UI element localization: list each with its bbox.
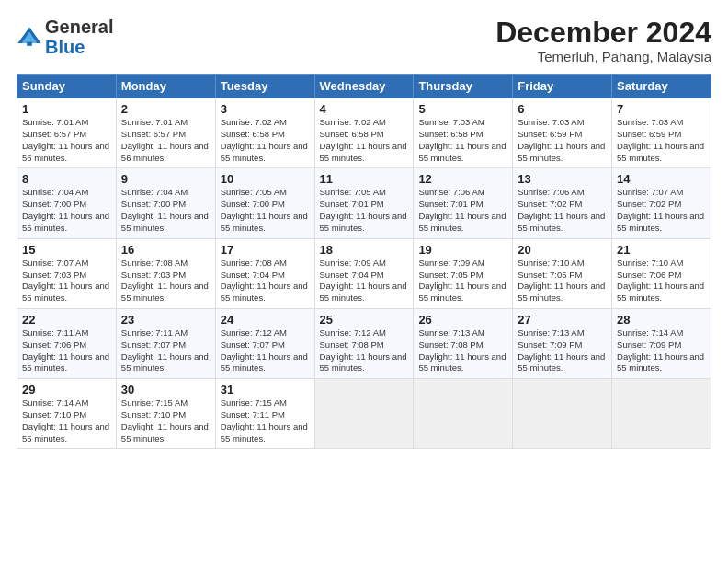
col-header-saturday: Saturday: [612, 75, 711, 98]
day-cell: 25 Sunrise: 7:12 AMSunset: 7:08 PMDaylig…: [314, 308, 414, 378]
day-detail: Sunrise: 7:14 AMSunset: 7:10 PMDaylight:…: [22, 397, 109, 442]
day-cell: 6 Sunrise: 7:03 AMSunset: 6:59 PMDayligh…: [513, 98, 612, 168]
col-header-sunday: Sunday: [17, 75, 117, 98]
day-detail: Sunrise: 7:09 AMSunset: 7:05 PMDaylight:…: [418, 258, 506, 303]
day-detail: Sunrise: 7:10 AMSunset: 7:05 PMDaylight:…: [518, 258, 605, 303]
day-cell: 29 Sunrise: 7:14 AMSunset: 7:10 PMDaylig…: [17, 379, 117, 449]
day-number: 29: [22, 383, 111, 396]
day-number: 8: [22, 172, 111, 186]
logo: General Blue: [17, 17, 113, 57]
day-cell: 16 Sunrise: 7:08 AMSunset: 7:03 PMDaylig…: [116, 238, 215, 308]
day-cell: 27 Sunrise: 7:13 AMSunset: 7:09 PMDaylig…: [513, 308, 612, 378]
day-number: 28: [617, 313, 706, 327]
day-detail: Sunrise: 7:07 AMSunset: 7:03 PMDaylight:…: [22, 258, 109, 303]
day-cell: 10 Sunrise: 7:05 AMSunset: 7:00 PMDaylig…: [215, 168, 314, 238]
day-number: 2: [121, 102, 210, 116]
day-number: 6: [518, 102, 607, 116]
day-number: 24: [221, 313, 310, 327]
day-detail: Sunrise: 7:03 AMSunset: 6:59 PMDaylight:…: [617, 117, 704, 162]
day-detail: Sunrise: 7:11 AMSunset: 7:06 PMDaylight:…: [22, 327, 109, 373]
day-cell: 17 Sunrise: 7:08 AMSunset: 7:04 PMDaylig…: [215, 238, 314, 308]
day-cell: 26 Sunrise: 7:13 AMSunset: 7:08 PMDaylig…: [414, 308, 513, 378]
day-number: 17: [221, 243, 310, 257]
day-cell: 28 Sunrise: 7:14 AMSunset: 7:09 PMDaylig…: [612, 308, 711, 378]
svg-rect-2: [27, 42, 32, 46]
day-detail: Sunrise: 7:12 AMSunset: 7:07 PMDaylight:…: [221, 327, 308, 373]
day-number: 13: [518, 172, 607, 186]
day-number: 15: [22, 243, 111, 257]
day-detail: Sunrise: 7:14 AMSunset: 7:09 PMDaylight:…: [617, 327, 704, 373]
col-header-tuesday: Tuesday: [215, 75, 314, 98]
day-cell: 7 Sunrise: 7:03 AMSunset: 6:59 PMDayligh…: [612, 98, 711, 168]
day-detail: Sunrise: 7:13 AMSunset: 7:09 PMDaylight:…: [518, 327, 605, 373]
day-cell: 8 Sunrise: 7:04 AMSunset: 7:00 PMDayligh…: [17, 168, 117, 238]
day-detail: Sunrise: 7:01 AMSunset: 6:57 PMDaylight:…: [22, 117, 109, 162]
day-number: 9: [121, 172, 210, 186]
day-number: 16: [121, 243, 210, 257]
title-block: December 2024 Temerluh, Pahang, Malaysia: [495, 17, 711, 64]
day-detail: Sunrise: 7:12 AMSunset: 7:08 PMDaylight:…: [320, 327, 407, 373]
day-detail: Sunrise: 7:02 AMSunset: 6:58 PMDaylight:…: [221, 117, 308, 162]
col-header-thursday: Thursday: [414, 75, 513, 98]
day-cell: 12 Sunrise: 7:06 AMSunset: 7:01 PMDaylig…: [414, 168, 513, 238]
day-cell: 30 Sunrise: 7:15 AMSunset: 7:10 PMDaylig…: [116, 379, 215, 449]
day-cell: 14 Sunrise: 7:07 AMSunset: 7:02 PMDaylig…: [612, 168, 711, 238]
day-cell: [314, 379, 414, 449]
month-title: December 2024: [495, 17, 711, 49]
day-detail: Sunrise: 7:06 AMSunset: 7:01 PMDaylight:…: [418, 187, 506, 232]
week-row-4: 22 Sunrise: 7:11 AMSunset: 7:06 PMDaylig…: [17, 308, 711, 378]
day-number: 11: [320, 172, 409, 186]
day-cell: 13 Sunrise: 7:06 AMSunset: 7:02 PMDaylig…: [513, 168, 612, 238]
day-number: 5: [418, 102, 507, 116]
day-cell: 24 Sunrise: 7:12 AMSunset: 7:07 PMDaylig…: [215, 308, 314, 378]
day-detail: Sunrise: 7:03 AMSunset: 6:58 PMDaylight:…: [418, 117, 506, 162]
header: General Blue December 2024 Temerluh, Pah…: [17, 17, 711, 64]
col-header-monday: Monday: [116, 75, 215, 98]
day-detail: Sunrise: 7:07 AMSunset: 7:02 PMDaylight:…: [617, 187, 704, 232]
day-number: 27: [518, 313, 607, 327]
day-cell: 11 Sunrise: 7:05 AMSunset: 7:01 PMDaylig…: [314, 168, 414, 238]
day-cell: 18 Sunrise: 7:09 AMSunset: 7:04 PMDaylig…: [314, 238, 414, 308]
day-detail: Sunrise: 7:01 AMSunset: 6:57 PMDaylight:…: [121, 117, 209, 162]
day-number: 19: [418, 243, 507, 257]
day-detail: Sunrise: 7:15 AMSunset: 7:11 PMDaylight:…: [221, 397, 308, 442]
logo-icon: [17, 24, 42, 50]
day-number: 31: [221, 383, 310, 396]
day-number: 26: [418, 313, 507, 327]
day-detail: Sunrise: 7:08 AMSunset: 7:04 PMDaylight:…: [221, 258, 308, 303]
week-row-2: 8 Sunrise: 7:04 AMSunset: 7:00 PMDayligh…: [17, 168, 711, 238]
day-number: 12: [418, 172, 507, 186]
day-cell: 4 Sunrise: 7:02 AMSunset: 6:58 PMDayligh…: [314, 98, 414, 168]
day-cell: 22 Sunrise: 7:11 AMSunset: 7:06 PMDaylig…: [17, 308, 117, 378]
day-number: 20: [518, 243, 607, 257]
day-number: 7: [617, 102, 706, 116]
day-detail: Sunrise: 7:11 AMSunset: 7:07 PMDaylight:…: [121, 327, 209, 373]
week-row-3: 15 Sunrise: 7:07 AMSunset: 7:03 PMDaylig…: [17, 238, 711, 308]
day-detail: Sunrise: 7:06 AMSunset: 7:02 PMDaylight:…: [518, 187, 605, 232]
week-row-5: 29 Sunrise: 7:14 AMSunset: 7:10 PMDaylig…: [17, 379, 711, 449]
day-number: 18: [320, 243, 409, 257]
day-number: 4: [320, 102, 409, 116]
day-detail: Sunrise: 7:08 AMSunset: 7:03 PMDaylight:…: [121, 258, 209, 303]
day-cell: 3 Sunrise: 7:02 AMSunset: 6:58 PMDayligh…: [215, 98, 314, 168]
location-subtitle: Temerluh, Pahang, Malaysia: [495, 49, 711, 64]
day-number: 22: [22, 313, 111, 327]
day-detail: Sunrise: 7:05 AMSunset: 7:01 PMDaylight:…: [320, 187, 407, 232]
day-detail: Sunrise: 7:02 AMSunset: 6:58 PMDaylight:…: [320, 117, 407, 162]
logo-text: General Blue: [45, 17, 113, 57]
day-detail: Sunrise: 7:10 AMSunset: 7:06 PMDaylight:…: [617, 258, 704, 303]
logo-blue: Blue: [45, 37, 85, 57]
day-detail: Sunrise: 7:03 AMSunset: 6:59 PMDaylight:…: [518, 117, 605, 162]
day-cell: 20 Sunrise: 7:10 AMSunset: 7:05 PMDaylig…: [513, 238, 612, 308]
day-detail: Sunrise: 7:05 AMSunset: 7:00 PMDaylight:…: [221, 187, 308, 232]
day-number: 14: [617, 172, 706, 186]
day-number: 23: [121, 313, 210, 327]
day-cell: 15 Sunrise: 7:07 AMSunset: 7:03 PMDaylig…: [17, 238, 117, 308]
day-number: 10: [221, 172, 310, 186]
header-row: SundayMondayTuesdayWednesdayThursdayFrid…: [17, 75, 711, 98]
day-cell: [414, 379, 513, 449]
day-number: 3: [221, 102, 310, 116]
day-cell: 31 Sunrise: 7:15 AMSunset: 7:11 PMDaylig…: [215, 379, 314, 449]
day-number: 21: [617, 243, 706, 257]
day-cell: [513, 379, 612, 449]
